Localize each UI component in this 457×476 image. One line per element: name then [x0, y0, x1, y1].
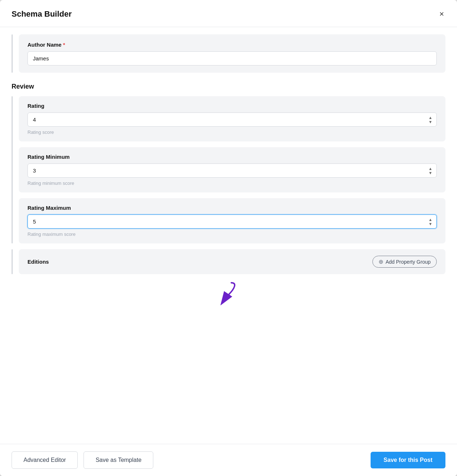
rating-maximum-input-wrapper: ▲ ▼ — [27, 214, 437, 229]
plus-circle-icon: ⊕ — [379, 258, 383, 265]
author-name-input[interactable] — [27, 51, 437, 65]
arrow-annotation — [12, 274, 445, 308]
add-property-group-button[interactable]: ⊕ Add Property Group — [372, 256, 437, 268]
rating-card: Rating ▲ ▼ Rating score — [19, 96, 445, 141]
rating-minimum-hint: Rating minimum score — [27, 180, 437, 186]
close-button[interactable]: × — [438, 9, 445, 20]
review-section-title: Review — [12, 83, 445, 90]
author-name-label: Author Name* — [27, 42, 437, 48]
modal-footer: Advanced Editor Save as Template Save fo… — [0, 444, 457, 476]
schema-builder-modal: Schema Builder × Author Name* Review — [0, 0, 457, 476]
rating-minimum-label: Rating Minimum — [27, 154, 437, 160]
save-for-post-button[interactable]: Save for this Post — [371, 452, 445, 468]
rating-minimum-card: Rating Minimum ▲ ▼ Rating minimum score — [19, 147, 445, 192]
rating-minimum-input-wrapper: ▲ ▼ — [27, 163, 437, 178]
editions-card: Editions ⊕ Add Property Group — [19, 249, 445, 274]
required-indicator: * — [63, 42, 65, 48]
rating-maximum-card: Rating Maximum ▲ ▼ Rating maximum score — [19, 198, 445, 243]
rating-input-wrapper: ▲ ▼ — [27, 112, 437, 127]
modal-title: Schema Builder — [12, 9, 72, 19]
advanced-editor-button[interactable]: Advanced Editor — [12, 451, 78, 469]
rating-input[interactable] — [27, 112, 437, 127]
modal-header: Schema Builder × — [0, 0, 457, 27]
save-as-template-button[interactable]: Save as Template — [84, 451, 153, 469]
footer-left-buttons: Advanced Editor Save as Template — [12, 451, 153, 469]
review-section: Review Rating ▲ ▼ Rating — [12, 83, 445, 243]
editions-label: Editions — [27, 259, 49, 265]
review-fields-list: Rating ▲ ▼ Rating score Rating Minimum — [19, 96, 445, 243]
author-left-border — [12, 34, 13, 73]
rating-maximum-input[interactable] — [27, 214, 437, 229]
modal-body: Author Name* Review Rating ▲ — [0, 27, 457, 444]
rating-hint: Rating score — [27, 129, 437, 135]
add-property-label: Add Property Group — [385, 259, 431, 265]
purple-arrow-icon — [216, 280, 241, 305]
review-fields-wrapper: Rating ▲ ▼ Rating score Rating Minimum — [12, 96, 445, 243]
review-left-border — [12, 96, 13, 243]
rating-minimum-input[interactable] — [27, 163, 437, 178]
author-name-card: Author Name* — [19, 34, 445, 73]
rating-label: Rating — [27, 103, 437, 109]
rating-maximum-label: Rating Maximum — [27, 205, 437, 211]
editions-left-border — [12, 249, 13, 274]
rating-maximum-hint: Rating maximum score — [27, 231, 437, 237]
